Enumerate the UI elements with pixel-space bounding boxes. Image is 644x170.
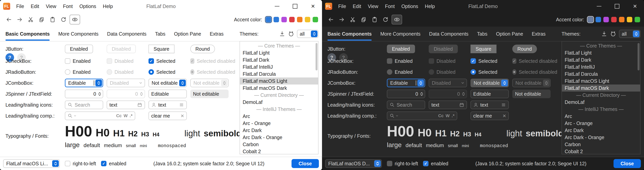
chevron-down-icon[interactable] [74, 114, 76, 117]
download-themes-button[interactable] [601, 31, 607, 37]
tab-more-components[interactable]: More Components [380, 27, 420, 41]
accent-swatch-yellow[interactable] [305, 17, 310, 22]
combobox-arrow-button[interactable] [179, 80, 186, 86]
combobox-arrow-button[interactable] [52, 160, 59, 167]
accent-swatch-default[interactable] [266, 17, 271, 22]
radio-enabled[interactable]: Enabled [387, 69, 425, 75]
user-field[interactable]: text [148, 101, 187, 109]
paste-button[interactable] [48, 15, 58, 24]
enabled-button[interactable]: Enabled [65, 45, 93, 53]
round-button[interactable]: Round [190, 45, 215, 53]
copy-button[interactable] [359, 15, 368, 24]
match-case-toggle[interactable]: Cc [438, 113, 444, 118]
tab-tabs[interactable]: Tabs [477, 27, 488, 41]
date-field[interactable]: text [107, 101, 145, 109]
not-editable-combobox[interactable]: Not editable [148, 79, 187, 87]
show-hidden-eye-toggle[interactable] [392, 15, 402, 25]
theme-item-flatlaf-light[interactable]: FlatLaf Light [562, 49, 640, 56]
user-field[interactable]: text [470, 101, 509, 109]
radio-enabled[interactable]: Enabled [65, 69, 103, 75]
copy-button[interactable] [37, 15, 46, 24]
radio-selected[interactable]: Selected [148, 69, 187, 75]
search-with-options-field[interactable]: Cc W .* [65, 111, 135, 120]
chevron-down-icon[interactable] [396, 114, 398, 117]
theme-item-arc-dark-orange[interactable]: Arc Dark - Orange [240, 134, 318, 141]
tab-option-pane[interactable]: Option Pane [174, 27, 201, 41]
accent-swatch-purple[interactable] [281, 17, 287, 22]
themes-filter-combobox[interactable]: all [619, 30, 640, 38]
radio-selected[interactable]: Selected [470, 69, 509, 75]
not-editable-combobox[interactable]: Not editable [470, 79, 509, 87]
close-window-button[interactable]: ✕ [304, 0, 322, 13]
combobox-arrow-button[interactable] [95, 80, 102, 86]
enabled-checkbox[interactable]: enabled [101, 161, 126, 166]
theme-item-demolaf[interactable]: DemoLaf [562, 99, 640, 106]
spinner[interactable]: 0 [387, 90, 425, 98]
lookandfeel-combobox[interactable]: FlatLaf macOS Li... [3, 159, 60, 168]
tab-basic-components[interactable]: Basic Components [328, 27, 372, 41]
theme-item-carbon[interactable]: Carbon [562, 141, 640, 148]
calendar-icon[interactable] [459, 102, 464, 107]
minimize-button[interactable] [590, 0, 608, 13]
accent-swatch-yellow[interactable] [627, 17, 632, 22]
theme-item-flatlaf-macos-light[interactable]: FlatLaf macOS Light [240, 77, 318, 85]
checkbox-enabled[interactable]: Enabled [65, 58, 103, 64]
scrollbar-thumb[interactable] [638, 43, 640, 70]
combobox-arrow-button[interactable] [374, 160, 381, 167]
theme-item-arc-orange[interactable]: Arc - Orange [240, 120, 318, 127]
lookandfeel-combobox[interactable]: FlatLaf macOS D... [325, 159, 382, 168]
list-icon[interactable] [179, 102, 184, 107]
spinner[interactable]: 0 [65, 90, 103, 98]
theme-item-cobalt2[interactable]: Cobalt 2 [562, 148, 640, 154]
menu-font[interactable]: Font [382, 0, 398, 13]
theme-item-flatlaf-dark[interactable]: FlatLaf Dark [562, 56, 640, 63]
accent-swatch-red[interactable] [611, 17, 617, 22]
maximize-button[interactable] [286, 0, 304, 13]
menu-help[interactable]: Help [100, 0, 116, 13]
forward-button[interactable] [15, 15, 24, 24]
checkbox-selected[interactable]: Selected [148, 58, 187, 64]
theme-item-arc-dark[interactable]: Arc Dark [240, 127, 318, 134]
github-button[interactable] [610, 31, 616, 37]
themes-filter-combobox[interactable]: all [297, 30, 318, 38]
menu-view[interactable]: View [42, 0, 60, 13]
tab-more-components[interactable]: More Components [58, 27, 98, 41]
theme-item-arc[interactable]: Arc [240, 113, 318, 120]
theme-item-carbon[interactable]: Carbon [240, 141, 318, 148]
close-button[interactable]: Close [614, 159, 641, 168]
theme-item-arc[interactable]: Arc [562, 113, 640, 120]
list-icon[interactable] [501, 102, 506, 107]
combobox-arrow-button[interactable] [633, 31, 640, 37]
theme-item-flatlaf-intellij[interactable]: FlatLaf IntelliJ [562, 63, 640, 70]
calendar-icon[interactable] [137, 102, 142, 107]
enabled-button[interactable]: Enabled [387, 45, 415, 53]
accent-swatch-purple[interactable] [603, 17, 609, 22]
theme-item-flatlaf-macos-light[interactable]: FlatLaf macOS Light [562, 77, 640, 85]
tab-extras[interactable]: Extras [532, 27, 546, 41]
regex-toggle[interactable]: .* [130, 113, 132, 118]
checkbox-enabled[interactable]: Enabled [387, 58, 425, 64]
editable-textfield[interactable]: Editable [148, 90, 187, 98]
right-to-left-checkbox[interactable]: right-to-left [387, 161, 418, 166]
maximize-button[interactable] [608, 0, 626, 13]
accent-swatch-red[interactable] [289, 17, 295, 22]
tab-tabs[interactable]: Tabs [155, 27, 166, 41]
menu-view[interactable]: View [364, 0, 382, 13]
forward-button[interactable] [337, 15, 346, 24]
paste-button[interactable] [370, 15, 380, 24]
back-button[interactable] [326, 15, 336, 24]
right-to-left-checkbox[interactable]: right-to-left [65, 161, 96, 166]
theme-item-flatlaf-macos-dark[interactable]: FlatLaf macOS Dark [240, 85, 318, 92]
theme-item-flatlaf-darcula[interactable]: FlatLaf Darcula [240, 70, 318, 77]
menu-options[interactable]: Options [398, 0, 422, 13]
menu-edit[interactable]: Edit [349, 0, 364, 13]
combobox-arrow-button[interactable] [501, 80, 508, 86]
round-button[interactable]: Round [512, 45, 537, 53]
refresh-button[interactable] [380, 15, 390, 24]
match-case-toggle[interactable]: Cc [116, 113, 122, 118]
theme-item-flatlaf-light[interactable]: FlatLaf Light [240, 49, 318, 56]
cut-button[interactable] [348, 15, 358, 24]
theme-item-flatlaf-dark[interactable]: FlatLaf Dark [240, 56, 318, 63]
menu-options[interactable]: Options [76, 0, 100, 13]
menu-help[interactable]: Help [422, 0, 438, 13]
